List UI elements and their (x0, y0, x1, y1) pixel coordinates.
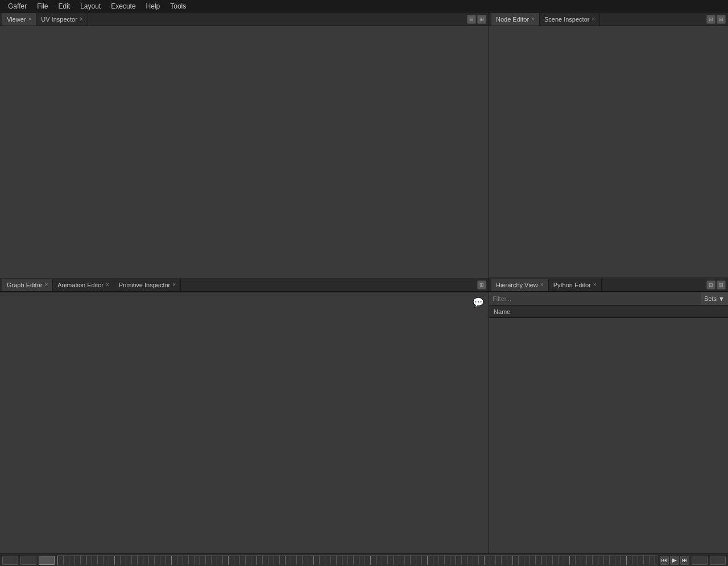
timeline-ruler[interactable] (57, 555, 657, 565)
tab-hierarchy-view[interactable]: Hierarchy View × (491, 279, 549, 291)
tab-scene-inspector-close[interactable]: × (592, 16, 595, 22)
timeline-end-input[interactable]: 1 (20, 556, 36, 565)
graph-editor-area: 💬 (0, 292, 489, 553)
tab-viewer[interactable]: Viewer × (2, 13, 36, 26)
menu-help[interactable]: Help (142, 1, 165, 11)
tab-uv-inspector-label: UV Inspector (41, 16, 77, 23)
viewer-tab-controls: ⊟ ⊞ (467, 15, 486, 24)
menu-tools[interactable]: Tools (166, 1, 191, 11)
graph-editor-tab-bar: Graph Editor × Animation Editor × Primit… (0, 278, 489, 292)
tab-node-editor-label: Node Editor (496, 16, 529, 23)
graph-chat-icon: 💬 (473, 297, 484, 308)
playback-controls: ⏮ ▶ ⏭ (660, 556, 689, 565)
tab-python-editor-label: Python Editor (553, 282, 591, 288)
tab-animation-editor-label: Animation Editor (57, 282, 104, 288)
menu-gaffer[interactable]: Gaffer (3, 1, 31, 11)
viewer-area (0, 26, 489, 278)
tab-primitive-inspector-close[interactable]: × (172, 282, 176, 288)
node-grid-btn[interactable]: ⊞ (717, 15, 726, 24)
tab-uv-inspector[interactable]: UV Inspector × (36, 13, 88, 26)
tab-graph-editor-label: Graph Editor (7, 282, 42, 288)
tab-primitive-inspector-label: Primitive Inspector (119, 282, 170, 288)
viewer-tab-bar: Viewer × UV Inspector × ⊟ ⊞ (0, 13, 489, 26)
tab-scene-inspector[interactable]: Scene Inspector × (540, 13, 600, 26)
tab-primitive-inspector[interactable]: Primitive Inspector × (114, 279, 181, 291)
sets-button[interactable]: Sets ▼ (701, 292, 728, 305)
timeline-frame-start-input[interactable]: 100 (692, 556, 708, 565)
tab-viewer-label: Viewer (7, 16, 26, 23)
node-layout-btn[interactable]: ⊟ (706, 15, 715, 24)
viewer-grid-btn[interactable]: ⊞ (477, 15, 486, 24)
menu-layout[interactable]: Layout (76, 1, 105, 11)
hierarchy-content: Sets ▼ Name (489, 292, 728, 553)
tab-graph-editor-close[interactable]: × (44, 282, 48, 288)
play-prev-btn[interactable]: ⏮ (660, 556, 669, 565)
timeline-frame-end-input[interactable]: 100 (710, 556, 726, 565)
hierarchy-column-header: Name (489, 305, 728, 318)
node-editor-tab-controls: ⊟ ⊞ (706, 15, 726, 24)
menu-edit[interactable]: Edit (53, 1, 75, 11)
graph-tab-controls: ⊞ (477, 280, 486, 290)
hierarchy-panel: Sets ▼ Name (489, 292, 728, 553)
hierarchy-layout-btn[interactable]: ⊟ (706, 280, 715, 290)
timeline-bar: 1 1 1 ⏮ ▶ ⏭ 100 100 (0, 553, 728, 566)
tab-animation-editor[interactable]: Animation Editor × (53, 279, 114, 291)
timeline-start-input[interactable]: 1 (2, 556, 18, 565)
left-panel: Viewer × UV Inspector × ⊟ ⊞ Graph Editor… (0, 13, 489, 553)
tab-python-editor-close[interactable]: × (593, 282, 597, 288)
menu-file[interactable]: File (32, 1, 52, 11)
tab-graph-editor[interactable]: Graph Editor × (2, 279, 53, 291)
node-editor-panel (489, 26, 728, 278)
ruler-major-ticks (57, 556, 657, 565)
tab-uv-inspector-close[interactable]: × (80, 16, 83, 22)
graph-editor-panel: 💬 (0, 292, 489, 553)
play-next-btn[interactable]: ⏭ (680, 556, 689, 565)
tab-hierarchy-view-label: Hierarchy View (496, 282, 538, 288)
tab-node-editor-close[interactable]: × (531, 16, 535, 22)
hierarchy-grid-btn[interactable]: ⊞ (717, 280, 726, 290)
right-panel: Node Editor × Scene Inspector × ⊟ ⊞ Hier… (489, 13, 728, 553)
menu-execute[interactable]: Execute (106, 1, 140, 11)
hierarchy-filter-row: Sets ▼ (489, 292, 728, 305)
tab-hierarchy-view-close[interactable]: × (540, 282, 544, 288)
hierarchy-tab-controls: ⊟ ⊞ (706, 280, 726, 290)
hierarchy-filter-input[interactable] (489, 292, 701, 305)
menubar: Gaffer File Edit Layout Execute Help Too… (0, 0, 728, 13)
tab-scene-inspector-label: Scene Inspector (544, 16, 590, 23)
node-editor-area (489, 26, 728, 278)
tab-animation-editor-close[interactable]: × (106, 282, 109, 288)
node-editor-tab-bar: Node Editor × Scene Inspector × ⊟ ⊞ (489, 13, 728, 26)
name-column-label: Name (494, 308, 510, 315)
hierarchy-body (489, 318, 728, 553)
tab-viewer-close[interactable]: × (28, 16, 31, 22)
main-layout: Viewer × UV Inspector × ⊟ ⊞ Graph Editor… (0, 13, 728, 553)
play-btn[interactable]: ▶ (670, 556, 679, 565)
viewer-layout-btn[interactable]: ⊟ (467, 15, 476, 24)
timeline-current-input[interactable]: 1 (39, 556, 55, 565)
hierarchy-tab-bar: Hierarchy View × Python Editor × ⊟ ⊞ (489, 278, 728, 292)
graph-grid-btn[interactable]: ⊞ (477, 280, 486, 290)
tab-node-editor[interactable]: Node Editor × (491, 13, 540, 26)
tab-python-editor[interactable]: Python Editor × (549, 279, 602, 291)
